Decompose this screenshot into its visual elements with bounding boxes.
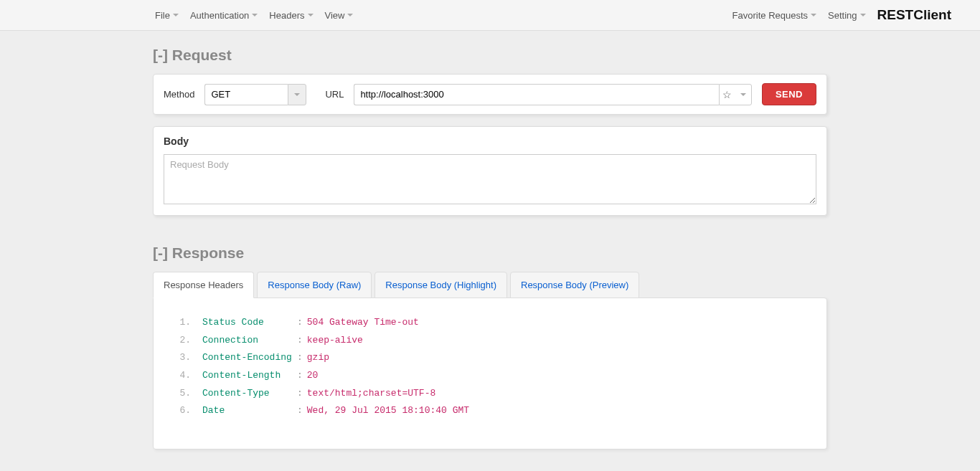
menu-favorite-requests[interactable]: Favorite Requests xyxy=(732,10,817,21)
header-line-number: 6. xyxy=(171,402,191,420)
header-key: Connection xyxy=(202,332,297,350)
header-line-number: 3. xyxy=(171,349,191,367)
request-title-text: Request xyxy=(172,47,232,63)
menu-headers[interactable]: Headers xyxy=(269,10,313,21)
header-line-number: 5. xyxy=(171,385,191,403)
menu-auth-label: Authentication xyxy=(190,10,249,21)
caret-down-icon xyxy=(811,14,816,16)
response-header-row: 2.Connection:keep-alive xyxy=(171,332,809,350)
header-key: Content-Type xyxy=(202,385,297,403)
tab-response-headers[interactable]: Response Headers xyxy=(153,272,254,298)
header-key: Date xyxy=(202,402,297,420)
header-key: Content-Length xyxy=(202,367,297,385)
menu-file[interactable]: File xyxy=(155,10,179,21)
header-separator: : xyxy=(297,349,303,367)
url-actions: ☆ xyxy=(719,84,752,105)
response-section-title: [-] Response xyxy=(153,244,827,262)
menu-left: File Authentication Headers View xyxy=(155,10,353,21)
header-value: text/html;charset=UTF-8 xyxy=(307,385,435,403)
tab-response-body-raw[interactable]: Response Body (Raw) xyxy=(257,272,372,298)
caret-down-icon xyxy=(294,93,300,96)
url-label: URL xyxy=(325,89,344,100)
header-separator: : xyxy=(297,385,303,403)
response-header-row: 3.Content-Encoding:gzip xyxy=(171,349,809,367)
header-value: gzip xyxy=(307,349,329,367)
request-toggle[interactable]: [-] xyxy=(153,47,168,63)
request-body-textarea[interactable] xyxy=(164,154,816,204)
caret-down-icon xyxy=(347,14,353,16)
favorite-star-icon[interactable]: ☆ xyxy=(720,89,735,100)
response-header-row: 5.Content-Type:text/html;charset=UTF-8 xyxy=(171,385,809,403)
response-header-row: 4.Content-Length:20 xyxy=(171,367,809,385)
caret-down-icon xyxy=(173,14,179,16)
request-section-title: [-] Request xyxy=(153,47,827,64)
header-separator: : xyxy=(297,332,303,350)
send-button[interactable]: SEND xyxy=(762,83,816,105)
response-title-text: Response xyxy=(172,244,244,261)
response-header-row: 6.Date:Wed, 29 Jul 2015 18:10:40 GMT xyxy=(171,402,809,420)
header-separator: : xyxy=(297,367,303,385)
response-header-row: 1.Status Code:504 Gateway Time-out xyxy=(171,314,809,332)
method-select xyxy=(204,84,306,105)
url-input[interactable] xyxy=(354,84,718,105)
app-brand: RESTClient xyxy=(877,7,951,23)
top-menubar: File Authentication Headers View Favorit… xyxy=(0,0,980,31)
header-separator: : xyxy=(297,402,303,420)
method-label: Method xyxy=(164,89,194,100)
tab-response-body-preview[interactable]: Response Body (Preview) xyxy=(510,272,639,298)
header-line-number: 4. xyxy=(171,367,191,385)
menu-view[interactable]: View xyxy=(325,10,354,21)
menu-setting[interactable]: Setting xyxy=(828,10,865,21)
header-separator: : xyxy=(297,314,303,332)
header-value: keep-alive xyxy=(307,332,363,350)
body-panel: Body xyxy=(153,126,827,216)
method-dropdown-button[interactable] xyxy=(288,84,306,105)
response-toggle[interactable]: [-] xyxy=(153,244,168,261)
request-panel: Method URL ☆ SEND xyxy=(153,74,827,115)
menu-authentication[interactable]: Authentication xyxy=(190,10,258,21)
menu-setting-label: Setting xyxy=(828,10,857,21)
header-line-number: 2. xyxy=(171,332,191,350)
menu-headers-label: Headers xyxy=(269,10,304,21)
header-value: 504 Gateway Time-out xyxy=(307,314,419,332)
caret-down-icon xyxy=(740,93,746,96)
response-panel: 1.Status Code:504 Gateway Time-out2.Conn… xyxy=(153,298,827,449)
header-key: Status Code xyxy=(202,314,297,332)
body-header: Body xyxy=(164,135,816,147)
url-history-dropdown[interactable] xyxy=(735,93,751,96)
caret-down-icon xyxy=(252,14,258,16)
header-line-number: 1. xyxy=(171,314,191,332)
menu-fav-label: Favorite Requests xyxy=(732,10,809,21)
menu-file-label: File xyxy=(155,10,170,21)
method-input[interactable] xyxy=(204,84,288,105)
response-tabs: Response Headers Response Body (Raw) Res… xyxy=(153,272,827,298)
menu-right: Favorite Requests Setting RESTClient xyxy=(732,7,951,23)
caret-down-icon xyxy=(308,14,314,16)
caret-down-icon xyxy=(860,14,866,16)
menu-view-label: View xyxy=(325,10,345,21)
response-headers-list: 1.Status Code:504 Gateway Time-out2.Conn… xyxy=(171,314,809,420)
header-key: Content-Encoding xyxy=(202,349,297,367)
tab-response-body-highlight[interactable]: Response Body (Highlight) xyxy=(374,272,507,298)
header-value: Wed, 29 Jul 2015 18:10:40 GMT xyxy=(307,402,469,420)
url-wrap: ☆ xyxy=(354,84,751,105)
header-value: 20 xyxy=(307,367,319,385)
